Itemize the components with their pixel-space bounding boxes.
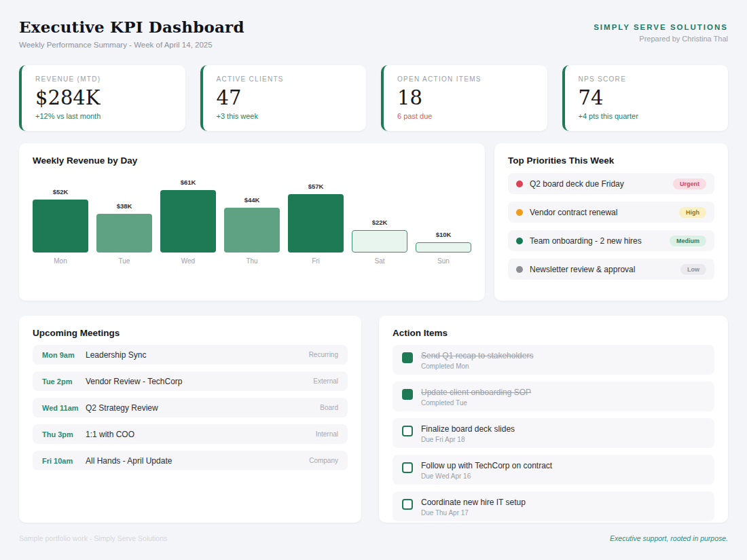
priorities-card: Top Priorities This Week Q2 board deck d…	[494, 143, 728, 301]
meeting-time: Mon 9am	[42, 351, 86, 359]
checkbox-checked-icon[interactable]	[402, 352, 413, 363]
kpi-row: REVENUE (MTD) $284K +12% vs last month A…	[19, 65, 728, 131]
kpi-label: OPEN ACTION ITEMS	[397, 75, 534, 83]
action-item-row: Send Q1 recap to stakeholders Completed …	[393, 345, 714, 375]
axis-tick-label: Sat	[374, 257, 384, 265]
priority-label: Team onboarding - 2 new hires	[530, 236, 663, 246]
kpi-delta: +12% vs last month	[35, 112, 172, 120]
kpi-value: $284K	[35, 86, 172, 109]
action-item-row: Finalize board deck slides Due Fri Apr 1…	[393, 418, 714, 448]
priority-badge: Medium	[670, 236, 706, 246]
header-left: Executive KPI Dashboard Weekly Performan…	[19, 15, 244, 49]
checkbox-unchecked-icon[interactable]	[402, 499, 413, 510]
priority-dot-icon	[516, 266, 523, 273]
bar-column-mon: $52K Mon	[33, 176, 88, 265]
kpi-value: 47	[217, 86, 353, 109]
brand-name: SIMPLY SERVE SOLUTIONS	[594, 23, 728, 31]
action-due: Due Fri Apr 18	[421, 436, 515, 443]
meeting-title: All Hands - April Update	[86, 456, 309, 466]
priority-badge: High	[679, 207, 706, 218]
bar-value-label: $57K	[308, 183, 324, 190]
kpi-card-revenue: REVENUE (MTD) $284K +12% vs last month	[19, 65, 185, 131]
checkbox-unchecked-icon[interactable]	[402, 426, 413, 436]
meeting-row: Fri 10am All Hands - April Update Compan…	[33, 451, 348, 470]
action-due: Completed Mon	[421, 362, 533, 370]
priority-item: Newsletter review & approval Low	[508, 259, 714, 280]
priorities-title: Top Priorities This Week	[508, 155, 714, 166]
footer: Sample portfolio work - Simply Serve Sol…	[19, 534, 728, 542]
page-title: Executive KPI Dashboard	[19, 18, 244, 36]
meeting-tag: Company	[309, 457, 338, 464]
chart-title: Weekly Revenue by Day	[33, 155, 471, 166]
meeting-title: Vendor Review - TechCorp	[86, 377, 313, 386]
meetings-title: Upcoming Meetings	[33, 328, 348, 338]
axis-tick-label: Fri	[312, 257, 320, 265]
bar-value-label: $44K	[244, 196, 260, 204]
meeting-time: Tue 2pm	[42, 377, 86, 386]
bar-column-wed: $61K Wed	[160, 176, 216, 265]
axis-tick-label: Mon	[54, 257, 67, 265]
kpi-delta: +3 this week	[217, 112, 353, 120]
meeting-time: Wed 11am	[42, 404, 86, 412]
bottom-row: Upcoming Meetings Mon 9am Leadership Syn…	[19, 316, 728, 523]
bar-column-thu: $44K Thu	[224, 176, 280, 265]
header: Executive KPI Dashboard Weekly Performan…	[19, 15, 728, 49]
action-due: Due Wed Apr 16	[421, 472, 552, 480]
meeting-row: Mon 9am Leadership Sync Recurring	[33, 345, 348, 365]
meeting-tag: Board	[320, 404, 338, 411]
footer-tagline: Executive support, rooted in purpose.	[610, 534, 728, 542]
bar-value-label: $38K	[117, 202, 132, 210]
meeting-row: Wed 11am Q2 Strategy Review Board	[33, 398, 348, 417]
bar-chart: $52K Mon $38K Tue $61K	[33, 176, 471, 265]
kpi-card-nps-score: NPS SCORE 74 +4 pts this quarter	[562, 65, 729, 131]
action-items-title: Action Items	[393, 328, 714, 338]
priority-dot-icon	[516, 209, 523, 216]
bar-column-tue: $38K Tue	[96, 176, 152, 265]
page-subtitle: Weekly Performance Summary - Week of Apr…	[19, 41, 244, 49]
meeting-title: Q2 Strategy Review	[86, 403, 320, 413]
priority-dot-icon	[516, 181, 523, 187]
header-right: SIMPLY SERVE SOLUTIONS Prepared by Chris…	[594, 15, 728, 43]
action-due: Completed Tue	[421, 399, 531, 407]
action-title: Coordinate new hire IT setup	[421, 498, 526, 507]
action-due: Due Thu Apr 17	[421, 509, 526, 517]
meeting-tag: Internal	[316, 430, 338, 438]
checkbox-unchecked-icon[interactable]	[402, 462, 413, 473]
bar-value-label: $10K	[436, 231, 452, 238]
priority-dot-icon	[516, 238, 523, 244]
bar-value-label: $52K	[53, 188, 69, 195]
meeting-tag: Recurring	[309, 351, 338, 358]
dashboard-page: Executive KPI Dashboard Weekly Performan…	[0, 0, 747, 542]
footer-disclaimer: Sample portfolio work - Simply Serve Sol…	[19, 534, 167, 542]
meeting-time: Thu 3pm	[42, 430, 86, 438]
action-item-row: Follow up with TechCorp on contract Due …	[393, 455, 714, 485]
meeting-title: Leadership Sync	[86, 350, 309, 360]
revenue-chart-card: Weekly Revenue by Day $52K Mon $38K Tue	[19, 143, 485, 301]
meetings-card: Upcoming Meetings Mon 9am Leadership Syn…	[19, 316, 361, 523]
bar-sun	[416, 242, 471, 253]
meeting-title: 1:1 with COO	[86, 430, 316, 439]
meeting-time: Fri 10am	[42, 457, 86, 465]
bar-column-sat: $22K Sat	[352, 176, 407, 265]
checkbox-checked-icon[interactable]	[402, 389, 413, 400]
action-title: Send Q1 recap to stakeholders	[421, 351, 533, 360]
axis-tick-label: Sun	[437, 257, 450, 265]
action-item-row: Update client onboarding SOP Completed T…	[393, 381, 714, 411]
priority-label: Vendor contract renewal	[530, 208, 672, 217]
kpi-label: NPS SCORE	[579, 75, 715, 83]
kpi-card-active-clients: ACTIVE CLIENTS 47 +3 this week	[200, 65, 367, 131]
action-title: Follow up with TechCorp on contract	[421, 461, 552, 470]
action-item-row: Coordinate new hire IT setup Due Thu Apr…	[393, 491, 714, 521]
action-title: Update client onboarding SOP	[421, 388, 531, 397]
meeting-tag: External	[313, 377, 338, 385]
meeting-row: Thu 3pm 1:1 with COO Internal	[33, 424, 348, 444]
bar-sat	[352, 230, 407, 253]
bar-mon	[33, 200, 88, 253]
kpi-delta: 6 past due	[397, 112, 534, 120]
kpi-card-open-action-items: OPEN ACTION ITEMS 18 6 past due	[381, 65, 547, 131]
bar-value-label: $22K	[372, 219, 388, 226]
priority-item: Vendor contract renewal High	[508, 202, 714, 223]
axis-tick-label: Thu	[246, 257, 257, 265]
bar-column-sun: $10K Sun	[416, 176, 471, 265]
kpi-value: 18	[397, 86, 534, 109]
